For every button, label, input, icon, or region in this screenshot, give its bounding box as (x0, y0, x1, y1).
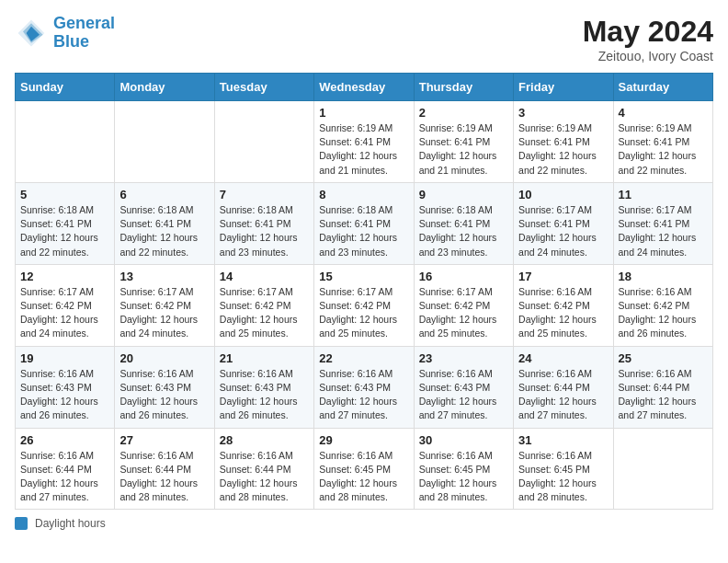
calendar-cell: 25Sunrise: 6:16 AM Sunset: 6:44 PM Dayli… (613, 346, 712, 428)
day-info: Sunrise: 6:16 AM Sunset: 6:44 PM Dayligh… (119, 449, 209, 505)
day-number: 11 (619, 188, 708, 201)
calendar-cell: 16Sunrise: 6:17 AM Sunset: 6:42 PM Dayli… (414, 264, 513, 346)
calendar-cell: 27Sunrise: 6:16 AM Sunset: 6:44 PM Dayli… (115, 428, 214, 510)
day-info: Sunrise: 6:16 AM Sunset: 6:43 PM Dayligh… (220, 367, 309, 423)
calendar-cell (115, 101, 214, 183)
page-header: General Blue May 2024 Zeitouo, Ivory Coa… (15, 15, 713, 63)
calendar-cell (16, 101, 115, 183)
calendar-cell: 15Sunrise: 6:17 AM Sunset: 6:42 PM Dayli… (314, 264, 414, 346)
calendar-cell: 11Sunrise: 6:17 AM Sunset: 6:41 PM Dayli… (613, 182, 712, 264)
day-number: 25 (619, 351, 708, 365)
day-number: 10 (518, 188, 608, 201)
calendar-cell: 7Sunrise: 6:18 AM Sunset: 6:41 PM Daylig… (214, 182, 313, 264)
header-day: Thursday (414, 74, 513, 101)
day-number: 29 (319, 433, 408, 447)
calendar-cell (613, 428, 712, 510)
calendar-cell: 3Sunrise: 6:19 AM Sunset: 6:41 PM Daylig… (514, 101, 613, 183)
day-number: 30 (419, 433, 508, 447)
calendar-cell: 28Sunrise: 6:16 AM Sunset: 6:44 PM Dayli… (214, 428, 313, 510)
day-number: 1 (319, 106, 408, 120)
day-number: 14 (220, 270, 309, 283)
calendar-cell: 17Sunrise: 6:16 AM Sunset: 6:42 PM Dayli… (514, 264, 613, 346)
calendar-week-row: 12Sunrise: 6:17 AM Sunset: 6:42 PM Dayli… (16, 264, 713, 346)
calendar-week-row: 19Sunrise: 6:16 AM Sunset: 6:43 PM Dayli… (16, 346, 713, 428)
day-info: Sunrise: 6:16 AM Sunset: 6:45 PM Dayligh… (319, 449, 408, 505)
calendar-cell: 19Sunrise: 6:16 AM Sunset: 6:43 PM Dayli… (16, 346, 115, 428)
day-number: 22 (319, 351, 408, 365)
day-info: Sunrise: 6:19 AM Sunset: 6:41 PM Dayligh… (518, 121, 608, 178)
header-day: Monday (115, 74, 214, 101)
day-info: Sunrise: 6:16 AM Sunset: 6:43 PM Dayligh… (319, 367, 408, 423)
day-number: 7 (220, 188, 309, 201)
day-number: 4 (619, 106, 708, 120)
day-info: Sunrise: 6:17 AM Sunset: 6:42 PM Dayligh… (220, 285, 309, 341)
header-day: Friday (514, 74, 613, 101)
calendar-table: SundayMondayTuesdayWednesdayThursdayFrid… (15, 73, 713, 510)
calendar-cell: 30Sunrise: 6:16 AM Sunset: 6:45 PM Dayli… (414, 428, 513, 510)
calendar-cell: 14Sunrise: 6:17 AM Sunset: 6:42 PM Dayli… (214, 264, 313, 346)
day-info: Sunrise: 6:16 AM Sunset: 6:43 PM Dayligh… (419, 367, 508, 423)
calendar-cell: 5Sunrise: 6:18 AM Sunset: 6:41 PM Daylig… (16, 182, 115, 264)
calendar-cell: 4Sunrise: 6:19 AM Sunset: 6:41 PM Daylig… (613, 101, 712, 183)
day-number: 24 (518, 351, 608, 365)
day-number: 8 (319, 188, 408, 201)
day-number: 5 (20, 188, 109, 201)
calendar-cell: 8Sunrise: 6:18 AM Sunset: 6:41 PM Daylig… (314, 182, 414, 264)
calendar-cell: 12Sunrise: 6:17 AM Sunset: 6:42 PM Dayli… (16, 264, 115, 346)
day-number: 2 (419, 106, 508, 120)
calendar-cell: 21Sunrise: 6:16 AM Sunset: 6:43 PM Dayli… (214, 346, 313, 428)
day-info: Sunrise: 6:18 AM Sunset: 6:41 PM Dayligh… (319, 203, 408, 259)
day-info: Sunrise: 6:19 AM Sunset: 6:41 PM Dayligh… (419, 121, 508, 178)
logo-icon (15, 17, 48, 50)
calendar-cell: 23Sunrise: 6:16 AM Sunset: 6:43 PM Dayli… (414, 346, 513, 428)
calendar-cell: 24Sunrise: 6:16 AM Sunset: 6:44 PM Dayli… (514, 346, 613, 428)
calendar-week-row: 26Sunrise: 6:16 AM Sunset: 6:44 PM Dayli… (16, 428, 713, 510)
day-number: 27 (119, 433, 209, 447)
day-info: Sunrise: 6:18 AM Sunset: 6:41 PM Dayligh… (20, 203, 109, 259)
day-number: 19 (20, 351, 109, 365)
calendar-cell: 18Sunrise: 6:16 AM Sunset: 6:42 PM Dayli… (613, 264, 712, 346)
day-info: Sunrise: 6:18 AM Sunset: 6:41 PM Dayligh… (419, 203, 508, 259)
header-row: SundayMondayTuesdayWednesdayThursdayFrid… (16, 74, 713, 101)
calendar-cell: 1Sunrise: 6:19 AM Sunset: 6:41 PM Daylig… (314, 101, 414, 183)
day-info: Sunrise: 6:16 AM Sunset: 6:44 PM Dayligh… (518, 367, 608, 423)
calendar-cell: 2Sunrise: 6:19 AM Sunset: 6:41 PM Daylig… (414, 101, 513, 183)
daylight-label: Daylight hours (35, 517, 106, 530)
day-number: 16 (419, 270, 508, 283)
day-info: Sunrise: 6:17 AM Sunset: 6:41 PM Dayligh… (619, 203, 708, 259)
calendar-cell: 26Sunrise: 6:16 AM Sunset: 6:44 PM Dayli… (16, 428, 115, 510)
calendar-week-row: 5Sunrise: 6:18 AM Sunset: 6:41 PM Daylig… (16, 182, 713, 264)
header-day: Wednesday (314, 74, 414, 101)
day-number: 17 (518, 270, 608, 283)
calendar-cell: 20Sunrise: 6:16 AM Sunset: 6:43 PM Dayli… (115, 346, 214, 428)
calendar-cell: 6Sunrise: 6:18 AM Sunset: 6:41 PM Daylig… (115, 182, 214, 264)
day-number: 15 (319, 270, 408, 283)
day-number: 9 (419, 188, 508, 201)
daylight-icon (15, 517, 28, 530)
header-day: Sunday (16, 74, 115, 101)
day-number: 28 (220, 433, 309, 447)
calendar-cell: 29Sunrise: 6:16 AM Sunset: 6:45 PM Dayli… (314, 428, 414, 510)
day-number: 26 (20, 433, 109, 447)
day-number: 23 (419, 351, 508, 365)
day-number: 13 (119, 270, 209, 283)
day-number: 21 (220, 351, 309, 365)
header-day: Saturday (613, 74, 712, 101)
day-number: 3 (518, 106, 608, 120)
day-info: Sunrise: 6:18 AM Sunset: 6:41 PM Dayligh… (220, 203, 309, 259)
day-number: 12 (20, 270, 109, 283)
header-day: Tuesday (214, 74, 313, 101)
day-info: Sunrise: 6:19 AM Sunset: 6:41 PM Dayligh… (619, 121, 708, 178)
calendar-cell: 22Sunrise: 6:16 AM Sunset: 6:43 PM Dayli… (314, 346, 414, 428)
logo-text: General Blue (53, 15, 115, 52)
footer: Daylight hours (15, 517, 713, 530)
calendar-week-row: 1Sunrise: 6:19 AM Sunset: 6:41 PM Daylig… (16, 101, 713, 183)
day-info: Sunrise: 6:17 AM Sunset: 6:42 PM Dayligh… (419, 285, 508, 341)
day-info: Sunrise: 6:16 AM Sunset: 6:44 PM Dayligh… (20, 449, 109, 505)
day-number: 20 (119, 351, 209, 365)
day-number: 6 (119, 188, 209, 201)
day-info: Sunrise: 6:16 AM Sunset: 6:43 PM Dayligh… (20, 367, 109, 423)
calendar-cell: 10Sunrise: 6:17 AM Sunset: 6:41 PM Dayli… (514, 182, 613, 264)
day-info: Sunrise: 6:17 AM Sunset: 6:42 PM Dayligh… (319, 285, 408, 341)
day-info: Sunrise: 6:16 AM Sunset: 6:42 PM Dayligh… (518, 285, 608, 341)
